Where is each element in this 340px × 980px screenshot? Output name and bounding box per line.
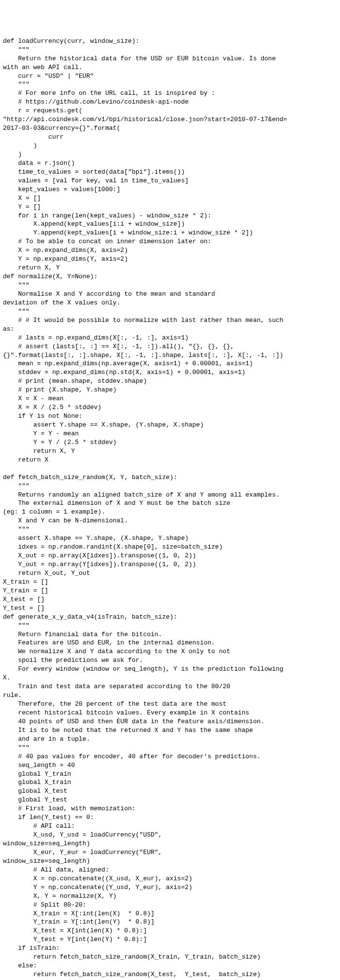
code-text: def loadCurrency(curr, window_size): """… <box>3 37 287 978</box>
code-block: def loadCurrency(curr, window_size): """… <box>3 37 337 979</box>
